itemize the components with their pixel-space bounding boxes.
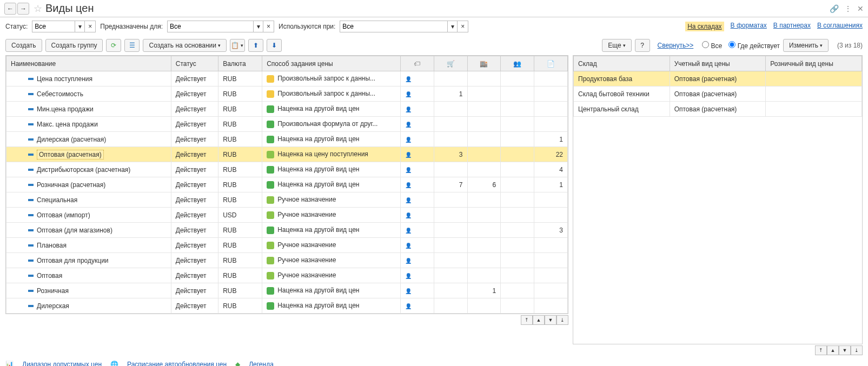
link-icon[interactable]: 🔗 [830,4,839,13]
cell-c3: 1 [467,283,501,298]
create-group-button[interactable]: Создать группу [45,39,103,52]
cell-c5 [534,71,568,86]
nav-top-r[interactable]: ⤒ [815,345,827,355]
nav-bottom-r[interactable]: ⤓ [851,345,863,355]
cell-currency: RUB [218,102,262,117]
table-row[interactable]: Дистрибьюторская (расчетная)ДействуетRUB… [6,162,568,177]
table-row[interactable]: СпециальнаяДействуетRUBРучное назначение… [6,192,568,208]
link-in-agreements[interactable]: В соглашениях [817,22,863,31]
usage-input[interactable] [340,21,448,32]
table-row[interactable]: Оптовая для продукцииДействуетRUBРучное … [6,253,568,268]
cell-c4 [501,238,534,253]
table-row[interactable]: Дилерская (расчетная)ДействуетRUBНаценка… [6,132,568,147]
nav-top[interactable]: ⤒ [521,315,533,325]
col-store-icon[interactable]: 🏬 [467,56,501,71]
main-table[interactable]: Наименование Статус Валюта Способ задани… [6,56,568,314]
more-button[interactable]: Еще [602,39,631,52]
table-row[interactable]: СебестоимостьДействуетRUBПроизвольный за… [6,86,568,102]
range-link[interactable]: Диапазон допустимых цен [22,361,102,366]
legend-icon: ◆ [235,361,240,366]
create-button[interactable]: Создать [5,39,42,52]
cell-c4 [501,208,534,223]
help-button[interactable]: ? [635,39,650,52]
favorite-icon[interactable]: ☆ [34,3,42,15]
list-icon[interactable]: ☰ [124,39,140,52]
cell-name: Оптовая (расчетная) [6,147,171,162]
cell-c2 [434,192,467,208]
table-row[interactable]: Продуктовая базаОптовая (расчетная) [574,71,862,86]
nav-down[interactable]: ▼ [545,315,556,325]
forward-button[interactable]: → [17,3,29,15]
back-button[interactable]: ← [4,3,16,15]
col-warehouse[interactable]: Склад [574,56,670,71]
link-in-partners[interactable]: В партнерах [773,22,811,31]
table-row[interactable]: Оптовая (для магазинов)ДействуетRUBНацен… [6,223,568,238]
col-method[interactable]: Способ задания цены [262,56,401,71]
more-menu-icon[interactable]: ⋮ [844,4,852,13]
status-clear[interactable]: × [85,21,96,32]
cell-c4 [501,147,534,162]
nav-up-r[interactable]: ▲ [827,345,839,355]
col-people-icon[interactable]: 👥 [501,56,534,71]
col-retail-type[interactable]: Розничный вид цены [766,56,862,71]
purpose-dropdown[interactable]: ▾ [254,21,263,32]
status-input[interactable] [32,21,75,32]
copy-icon[interactable]: 📋 [230,39,245,52]
table-row[interactable]: Оптовая (импорт)ДействуетUSDРучное назна… [6,208,568,223]
table-row[interactable]: Мин.цена продажиДействуетRUBНаценка на д… [6,102,568,117]
table-row[interactable]: Цена поступленияДействуетRUBПроизвольный… [6,71,568,86]
table-row[interactable]: Макс. цена продажиДействуетRUBПроизвольн… [6,117,568,132]
col-doc-icon[interactable]: 📄 [534,56,568,71]
nav-down-r[interactable]: ▼ [839,345,851,355]
col-name[interactable]: Наименование [6,56,171,71]
cell-c4 [501,253,534,268]
cell-name: Оптовая [6,268,171,283]
table-row[interactable]: ПлановаяДействуетRUBРучное назначение👤 [6,238,568,253]
col-currency[interactable]: Валюта [218,56,262,71]
cell-status: Действует [171,71,218,86]
collapse-link[interactable]: Свернуть>> [658,42,694,49]
cell-status: Действует [171,117,218,132]
cell-currency: RUB [218,298,262,314]
table-row[interactable]: Склад бытовой техникиОптовая (расчетная) [574,86,862,102]
usage-dropdown[interactable]: ▾ [448,21,458,32]
table-row[interactable]: Оптовая (расчетная)ДействуетRUBНаценка н… [6,147,568,162]
table-row[interactable]: РозничнаяДействуетRUBНаценка на другой в… [6,283,568,298]
down-icon[interactable]: ⬇ [267,39,282,52]
link-in-warehouses[interactable]: На складах [685,22,724,31]
cell-status: Действует [171,162,218,177]
col-status[interactable]: Статус [171,56,218,71]
purpose-clear[interactable]: × [263,21,274,32]
cell-c4 [501,298,534,314]
purpose-input[interactable] [167,21,254,32]
nav-up[interactable]: ▲ [533,315,545,325]
radio-active[interactable]: Где действует [728,41,780,50]
table-row[interactable]: ДилерскаяДействуетRUBНаценка на другой в… [6,298,568,314]
table-row[interactable]: ОптоваяДействуетRUBРучное назначение👤 [6,268,568,283]
cell-name: Дилерская [6,298,171,314]
cell-c5 [534,253,568,268]
cell-c5 [534,117,568,132]
cell-method: Наценка на другой вид цен [262,223,401,238]
radio-all[interactable]: Все [702,41,722,50]
create-based-button[interactable]: Создать на основании [143,39,227,52]
change-button[interactable]: Изменить [783,39,829,52]
up-icon[interactable]: ⬆ [248,39,263,52]
legend-link[interactable]: Легенда [249,361,274,366]
cell-c1: 👤 [400,192,434,208]
col-cart-icon[interactable]: 🛒 [434,56,467,71]
schedule-link[interactable]: Расписание автообновления цен [127,361,227,366]
refresh-icon[interactable]: ⟳ [106,39,121,52]
status-dropdown[interactable]: ▾ [75,21,85,32]
cell-c4 [501,86,534,102]
table-row[interactable]: Центральный складОптовая (расчетная) [574,102,862,117]
col-account-type[interactable]: Учетный вид цены [670,56,766,71]
nav-bottom[interactable]: ⤓ [556,315,568,325]
table-row[interactable]: Розничная (расчетная)ДействуетRUBНаценка… [6,177,568,192]
warehouse-table[interactable]: Склад Учетный вид цены Розничный вид цен… [573,56,862,117]
col-tag-icon[interactable]: 🏷 [400,56,434,71]
usage-clear[interactable]: × [458,21,468,32]
close-icon[interactable]: ✕ [857,4,864,13]
cell-currency: RUB [218,283,262,298]
link-in-formats[interactable]: В форматах [731,22,767,31]
